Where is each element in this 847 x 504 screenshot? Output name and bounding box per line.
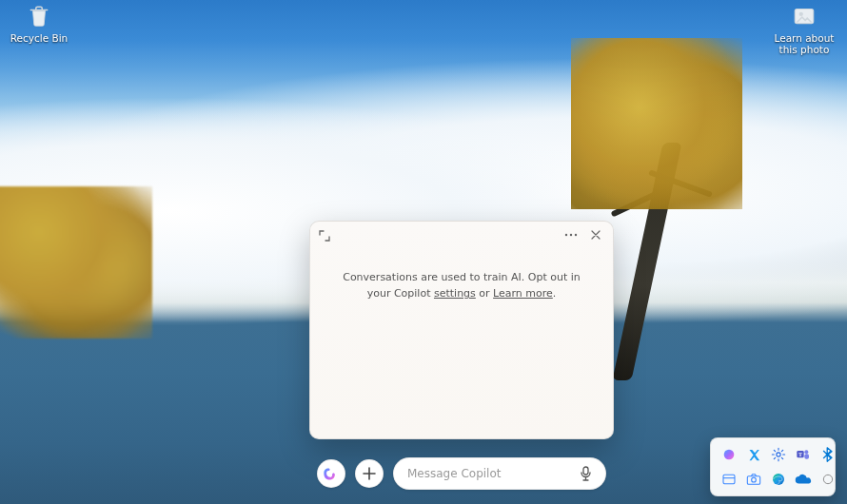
ellipsis-icon xyxy=(564,233,578,237)
copilot-input-row xyxy=(309,453,614,494)
wallpaper-tree-left xyxy=(0,186,152,339)
svg-point-16 xyxy=(823,475,832,483)
learn-about-photo-icon[interactable]: Learn about this photo xyxy=(767,2,841,55)
more-button[interactable] xyxy=(560,225,582,244)
svg-rect-11 xyxy=(804,454,809,458)
notice-text-2: or xyxy=(476,287,493,300)
tray-screenshot-icon[interactable] xyxy=(720,471,738,488)
recycle-bin-label: Recycle Bin xyxy=(6,32,72,44)
recycle-bin-icon[interactable]: Recycle Bin xyxy=(6,2,72,44)
tray-teams-icon[interactable]: T xyxy=(795,446,812,463)
svg-point-3 xyxy=(570,234,572,236)
svg-point-4 xyxy=(575,234,577,236)
tray-settings-icon[interactable] xyxy=(770,446,787,463)
settings-link[interactable]: settings xyxy=(434,287,476,300)
system-tray-flyout: T xyxy=(710,437,836,496)
svg-point-6 xyxy=(724,450,735,460)
tray-copilot-icon[interactable] xyxy=(720,446,738,463)
copilot-icon xyxy=(323,465,340,482)
desktop: Recycle Bin Learn about this photo xyxy=(0,0,847,504)
close-icon xyxy=(591,230,601,240)
copilot-logo-button[interactable] xyxy=(317,459,345,488)
svg-rect-12 xyxy=(723,475,735,483)
learn-about-photo-label: Learn about this photo xyxy=(767,32,841,55)
plus-icon xyxy=(363,467,376,480)
copilot-window: Conversations are used to train AI. Opt … xyxy=(309,221,614,439)
svg-point-10 xyxy=(804,450,808,454)
svg-point-7 xyxy=(777,453,780,456)
tray-onedrive-icon[interactable] xyxy=(795,471,812,488)
svg-point-1 xyxy=(799,12,803,16)
tray-x-icon[interactable] xyxy=(745,446,762,463)
tray-edge-icon[interactable] xyxy=(770,471,787,488)
svg-text:T: T xyxy=(798,452,802,457)
expand-icon xyxy=(319,230,330,242)
expand-button[interactable] xyxy=(316,227,333,244)
close-button[interactable] xyxy=(584,225,607,244)
mic-button[interactable] xyxy=(575,463,596,484)
tray-bluetooth-icon[interactable] xyxy=(819,446,837,463)
notice-text-3: . xyxy=(553,287,557,300)
learn-more-link[interactable]: Learn more xyxy=(493,287,553,300)
svg-point-2 xyxy=(565,234,567,236)
svg-rect-5 xyxy=(583,467,588,475)
tray-camera-icon[interactable] xyxy=(745,471,762,488)
copilot-titlebar[interactable] xyxy=(310,222,613,248)
message-input-container xyxy=(393,457,606,490)
message-input[interactable] xyxy=(407,467,575,480)
mic-icon xyxy=(580,466,592,481)
new-topic-button[interactable] xyxy=(355,459,384,488)
tray-misc-icon[interactable] xyxy=(819,471,837,488)
svg-point-14 xyxy=(752,477,757,482)
trash-icon xyxy=(25,2,53,30)
copilot-notice: Conversations are used to train AI. Opt … xyxy=(310,248,613,438)
image-info-icon xyxy=(790,2,818,30)
